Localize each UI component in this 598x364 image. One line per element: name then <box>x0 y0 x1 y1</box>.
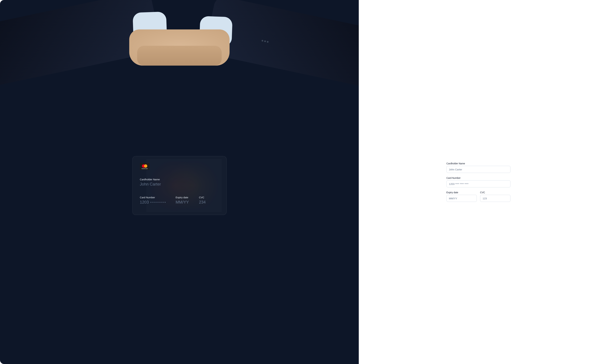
card-expiry-value: MM/YY <box>176 200 189 204</box>
illustration-hands <box>129 29 230 65</box>
handshake-illustration <box>0 0 359 164</box>
card-bottom-row: Card Number 1203 Expiry date MM/YY CVC <box>140 196 219 204</box>
credit-card-preview: mastercard Cardholder Name John Carter C… <box>132 156 227 215</box>
expiry-date-input[interactable] <box>447 195 477 202</box>
expiry-cvc-row: Expiry date CVC <box>447 191 510 202</box>
payment-layout: mastercard Cardholder Name John Carter C… <box>0 0 598 364</box>
card-number-prefix: 1203 <box>140 200 149 204</box>
card-expiry-section: Expiry date MM/YY <box>176 196 189 204</box>
cardholder-name-label: Cardholder Name <box>447 162 510 165</box>
card-name-label: Cardholder Name <box>140 178 219 181</box>
card-number-field: Card Number <box>447 177 510 187</box>
cardholder-name-field: Cardholder Name <box>447 162 510 173</box>
card-cvc-value: 234 <box>199 200 206 204</box>
card-preview-panel: mastercard Cardholder Name John Carter C… <box>0 0 359 364</box>
card-number-input[interactable] <box>447 180 510 187</box>
card-number-label: Card Number <box>447 177 510 179</box>
card-number-label: Card Number <box>140 196 166 199</box>
card-cvc-section: CVC 234 <box>199 196 206 204</box>
cardholder-name-input[interactable] <box>447 166 510 173</box>
card-number-value: 1203 <box>140 200 166 204</box>
cvc-field: CVC <box>480 191 510 202</box>
expiry-date-field: Expiry date <box>447 191 477 202</box>
cvc-label: CVC <box>480 191 510 194</box>
payment-form-panel: Cardholder Name Card Number Expiry date … <box>359 0 598 364</box>
card-cvc-label: CVC <box>199 196 206 199</box>
card-number-section: Card Number 1203 <box>140 196 166 204</box>
card-brand-text: mastercard <box>141 168 148 169</box>
card-name-section: Cardholder Name John Carter <box>140 178 219 186</box>
card-name-value: John Carter <box>140 182 219 186</box>
expiry-date-label: Expiry date <box>447 191 477 194</box>
cvc-input[interactable] <box>480 195 510 202</box>
card-expiry-label: Expiry date <box>176 196 189 199</box>
mastercard-logo-icon: mastercard <box>140 163 150 170</box>
payment-form: Cardholder Name Card Number Expiry date … <box>447 162 510 202</box>
card-number-mask-icon <box>150 202 166 203</box>
